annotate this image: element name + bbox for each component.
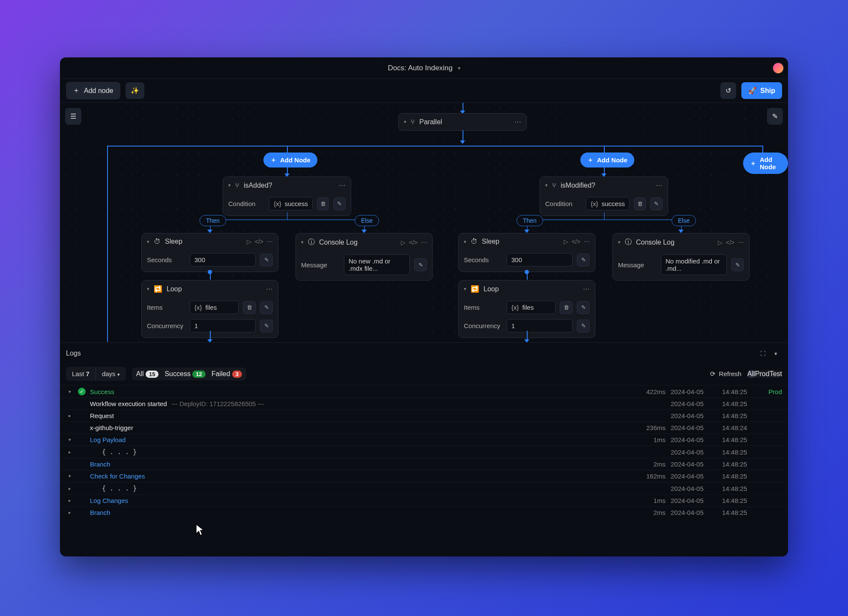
node-more-button[interactable]: ⋯ <box>738 239 744 246</box>
ship-button[interactable]: 🚀 Ship <box>741 82 782 99</box>
canvas-menu-button[interactable]: ☰ <box>65 108 81 125</box>
message-input[interactable]: No new .md or .mdx file... <box>344 254 410 275</box>
fullscreen-button[interactable]: ⛶ <box>756 347 769 360</box>
add-node-pill-c[interactable]: ＋ Add Node <box>743 153 788 174</box>
node-loop-a[interactable]: ▾ 🔁 Loop ⋯ Items {x} files 🗑 ✎ Concurren… <box>141 280 278 338</box>
delete-button[interactable]: 🗑 <box>243 301 256 314</box>
edit-button[interactable]: ✎ <box>650 197 663 210</box>
log-row[interactable]: ▸{ . . . }2024-04-0514:48:25 <box>60 482 788 494</box>
items-input[interactable]: {x} files <box>507 301 555 314</box>
expand-toggle[interactable]: ▾ <box>66 389 74 395</box>
chevron-down-icon[interactable]: ▾ <box>301 239 304 245</box>
concurrency-input[interactable]: 1 <box>507 319 573 332</box>
node-more-button[interactable]: ⋯ <box>656 181 663 189</box>
delete-button[interactable]: 🗑 <box>317 197 329 210</box>
node-parallel[interactable]: ▾ ⑂ Parallel ⋯ <box>398 113 527 131</box>
log-row[interactable]: ▸Log Changes1ms2024-04-0514:48:25 <box>60 494 788 506</box>
edit-button[interactable]: ✎ <box>577 301 590 314</box>
expand-toggle[interactable]: ▸ <box>66 498 74 503</box>
env-all[interactable]: All <box>747 370 755 378</box>
env-prod[interactable]: Prod <box>755 370 770 378</box>
log-rows[interactable]: ▾✓Success422ms2024-04-0514:48:25ProdWork… <box>60 385 788 555</box>
chevron-down-icon[interactable]: ▾ <box>228 182 231 188</box>
add-node-pill-b[interactable]: ＋ Add Node <box>580 153 634 167</box>
code-icon[interactable]: </> <box>409 239 418 246</box>
code-icon[interactable]: </> <box>255 238 263 245</box>
play-icon[interactable]: ▷ <box>247 238 251 245</box>
expand-toggle[interactable]: ▾ <box>66 437 74 443</box>
seconds-input[interactable]: 300 <box>190 253 256 266</box>
status-filter[interactable]: All 15 Success 12 Failed 3 <box>132 368 246 380</box>
expand-toggle[interactable]: ▸ <box>66 413 74 419</box>
code-icon[interactable]: </> <box>726 239 735 246</box>
node-sleep-b[interactable]: ▾ ⏱ Sleep ▷ </> ⋯ Seconds 300 ✎ <box>458 233 595 272</box>
delete-button[interactable]: 🗑 <box>634 197 646 210</box>
edit-pencil-button[interactable]: ✎ <box>767 108 783 125</box>
code-icon[interactable]: </> <box>572 238 580 245</box>
delete-button[interactable]: 🗑 <box>560 301 573 314</box>
node-more-button[interactable]: ⋯ <box>421 239 427 246</box>
node-isadded[interactable]: ▾ ⑂ isAdded? ⋯ Condition {x} success 🗑 ✎ <box>223 176 351 216</box>
chevron-down-icon[interactable]: ▾ <box>464 286 466 292</box>
log-row[interactable]: ▸{ . . . }2024-04-0514:48:25 <box>60 446 788 458</box>
magic-wand-button[interactable]: ✨ <box>125 82 144 99</box>
edit-button[interactable]: ✎ <box>577 320 590 332</box>
node-more-button[interactable]: ⋯ <box>583 285 590 293</box>
log-row[interactable]: ▸Request2024-04-0514:48:25 <box>60 410 788 422</box>
expand-toggle[interactable]: ▾ <box>66 473 74 479</box>
edit-button[interactable]: ✎ <box>260 254 273 266</box>
play-icon[interactable]: ▷ <box>564 238 568 245</box>
node-loop-b[interactable]: ▾ 🔁 Loop ⋯ Items {x} files 🗑 ✎ Concurren… <box>458 280 595 338</box>
node-more-button[interactable]: ⋯ <box>267 238 273 245</box>
edit-button[interactable]: ✎ <box>414 258 427 271</box>
collapse-button[interactable]: ▾ <box>769 347 782 360</box>
play-icon[interactable]: ▷ <box>718 239 723 246</box>
chevron-down-icon[interactable]: ▾ <box>464 239 466 245</box>
items-input[interactable]: {x} files <box>190 301 239 314</box>
node-more-button[interactable]: ⋯ <box>339 181 346 189</box>
expand-toggle[interactable]: ▸ <box>66 486 74 491</box>
chevron-down-icon[interactable]: ▾ <box>147 286 149 292</box>
log-row[interactable]: Workflow execution started --- DeployID:… <box>60 398 788 410</box>
node-ismodified[interactable]: ▾ ⑂ isModified? ⋯ Condition {x} success … <box>540 176 668 216</box>
env-filter[interactable]: All Prod Test <box>747 370 782 378</box>
edit-button[interactable]: ✎ <box>731 258 744 271</box>
log-row[interactable]: ▾✓Success422ms2024-04-0514:48:25Prod <box>60 385 788 398</box>
chevron-down-icon[interactable]: ▾ <box>147 239 149 245</box>
condition-input[interactable]: {x} success <box>269 197 313 210</box>
add-node-pill-a[interactable]: ＋ Add Node <box>263 153 317 167</box>
seconds-input[interactable]: 300 <box>507 253 573 266</box>
log-row[interactable]: Branch2ms2024-04-0514:48:25 <box>60 458 788 470</box>
edit-button[interactable]: ✎ <box>577 254 590 266</box>
chevron-down-icon[interactable]: ▾ <box>545 182 548 188</box>
add-node-button[interactable]: ＋ Add node <box>66 82 120 99</box>
workflow-title-dropdown[interactable]: Docs: Auto Indexing ▾ <box>388 64 460 72</box>
refresh-button[interactable]: ⟳ Refresh <box>710 370 742 378</box>
log-row[interactable]: ▾Log Payload1ms2024-04-0514:48:25 <box>60 434 788 446</box>
message-input[interactable]: No modified .md or .md... <box>661 254 727 275</box>
log-row[interactable]: x-github-trigger236ms2024-04-0514:48:24 <box>60 422 788 434</box>
time-range-selector[interactable]: Last 7 days ▾ <box>66 367 126 381</box>
expand-toggle[interactable]: ▸ <box>66 449 74 455</box>
expand-toggle[interactable]: ▸ <box>66 510 74 515</box>
condition-input[interactable]: {x} success <box>586 197 630 210</box>
log-label: Log Changes <box>90 497 128 504</box>
play-icon[interactable]: ▷ <box>401 239 406 246</box>
node-more-button[interactable]: ⋯ <box>514 118 521 126</box>
edit-button[interactable]: ✎ <box>333 197 346 210</box>
node-consolelog-b[interactable]: ▾ ⓘ Console Log ▷ </> ⋯ Message No modif… <box>612 233 749 281</box>
node-sleep-a[interactable]: ▾ ⏱ Sleep ▷ </> ⋯ Seconds 300 ✎ <box>141 233 278 272</box>
chevron-down-icon[interactable]: ▾ <box>618 239 621 245</box>
history-button[interactable]: ↺ <box>720 82 736 99</box>
log-row[interactable]: ▸Branch2ms2024-04-0514:48:25 <box>60 506 788 518</box>
env-test[interactable]: Test <box>770 370 782 378</box>
node-consolelog-a[interactable]: ▾ ⓘ Console Log ▷ </> ⋯ Message No new .… <box>296 233 433 281</box>
edit-button[interactable]: ✎ <box>260 301 273 314</box>
chevron-down-icon[interactable]: ▾ <box>404 119 406 125</box>
concurrency-input[interactable]: 1 <box>190 319 256 332</box>
avatar[interactable] <box>773 63 784 74</box>
log-row[interactable]: ▾Check for Changes162ms2024-04-0514:48:2… <box>60 470 788 482</box>
node-more-button[interactable]: ⋯ <box>266 285 273 293</box>
node-more-button[interactable]: ⋯ <box>584 238 590 245</box>
edit-button[interactable]: ✎ <box>260 320 273 332</box>
